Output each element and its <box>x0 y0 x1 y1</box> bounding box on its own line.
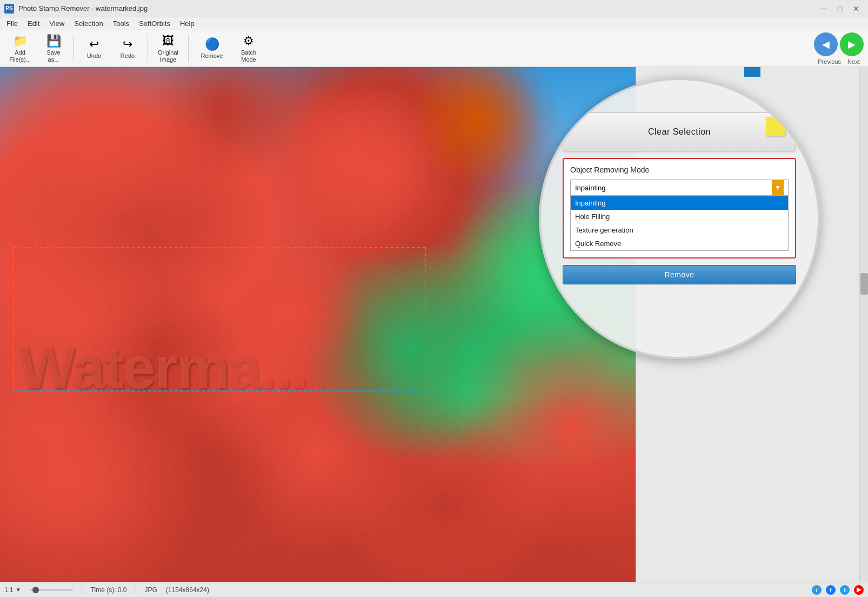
magnifier-overlay: Clear Selection Object Removing Mode Inp… <box>539 78 820 359</box>
remove-button[interactable]: 🔵 Remove <box>193 33 231 64</box>
zoom-down-icon: ▼ <box>16 587 21 593</box>
action-remove-button[interactable]: Remove <box>563 265 796 284</box>
twitter-icon[interactable]: t <box>840 585 850 595</box>
toolbar: 📁 AddFile(s)... 💾 Saveas... ↩ Undo ↪ Red… <box>0 30 868 67</box>
mode-dropdown-container: Inpainting ▼ Inpainting Hole Filling Tex… <box>570 180 789 251</box>
sticky-note <box>766 117 785 136</box>
mode-dropdown[interactable]: Inpainting ▼ <box>570 180 789 196</box>
toolbar-separator-1 <box>74 35 74 62</box>
dropdown-selected-value: Inpainting <box>575 184 605 192</box>
zoom-display: 1:1 ▼ <box>4 586 21 594</box>
batch-mode-icon: ⚙ <box>243 34 254 48</box>
add-files-icon: 📁 <box>13 34 28 48</box>
dropdown-option-hole-filling[interactable]: Hole Filling <box>571 210 788 223</box>
dropdown-list: Inpainting Hole Filling Texture generati… <box>570 196 789 251</box>
original-image-icon: 🖼 <box>162 34 174 48</box>
status-separator-1 <box>82 586 82 594</box>
redo-label: Redo <box>121 52 135 59</box>
batch-mode-button[interactable]: ⚙ BatchMode <box>233 33 264 64</box>
status-separator-2 <box>136 586 136 594</box>
menu-tools[interactable]: Tools <box>109 18 133 29</box>
remove-label: Remove <box>201 52 223 59</box>
close-button[interactable]: ✕ <box>849 3 864 14</box>
original-image-button[interactable]: 🖼 OriginalImage <box>152 33 184 64</box>
zoom-slider-thumb[interactable] <box>32 587 39 593</box>
panel-scrollbar[interactable] <box>859 67 868 582</box>
status-dimensions: (1154x864x24) <box>166 586 209 594</box>
menu-selection[interactable]: Selection <box>70 18 107 29</box>
youtube-icon[interactable]: ▶ <box>854 585 864 595</box>
previous-button[interactable]: ◀ <box>814 32 838 56</box>
save-as-icon: 💾 <box>46 34 61 48</box>
clear-selection-button[interactable]: Clear Selection <box>563 112 796 151</box>
dropdown-option-quick-remove[interactable]: Quick Remove <box>571 237 788 250</box>
save-as-label: Saveas... <box>46 49 60 62</box>
menu-bar: File Edit View Selection Tools SoftOrbit… <box>0 17 868 30</box>
previous-label: Previous <box>818 58 841 65</box>
menu-view[interactable]: View <box>45 18 69 29</box>
title-bar: PS Photo Stamp Remover - watermarked.jpg… <box>0 0 868 17</box>
dropdown-option-inpainting[interactable]: Inpainting <box>571 196 788 210</box>
magnifier-content: Clear Selection Object Removing Mode Inp… <box>563 112 796 324</box>
minimize-button[interactable]: ─ <box>816 3 831 14</box>
dropdown-arrow-icon: ▼ <box>772 180 784 195</box>
status-right-area: i f t ▶ <box>812 585 864 595</box>
undo-label: Undo <box>87 52 101 59</box>
mode-section-title: Object Removing Mode <box>570 165 789 174</box>
add-files-label: AddFile(s)... <box>9 49 31 62</box>
menu-edit[interactable]: Edit <box>23 18 44 29</box>
undo-button[interactable]: ↩ Undo <box>78 33 110 64</box>
menu-softorbits[interactable]: SoftOrbits <box>135 18 175 29</box>
next-button[interactable]: ▶ <box>840 32 864 56</box>
toolbar-separator-2 <box>148 35 148 62</box>
main-area: Waterma... ✕ Clear Selection Object Remo… <box>0 67 868 582</box>
toolbar-separator-3 <box>188 35 189 62</box>
info-icon[interactable]: i <box>812 585 822 595</box>
maximize-button[interactable]: □ <box>832 3 847 14</box>
menu-file[interactable]: File <box>2 18 22 29</box>
right-panel: ✕ Clear Selection Object Removing Mode I… <box>636 67 868 582</box>
original-image-label: OriginalImage <box>158 49 178 62</box>
zoom-slider[interactable] <box>30 589 73 591</box>
add-files-button[interactable]: 📁 AddFile(s)... <box>4 33 36 64</box>
canvas-area[interactable]: Waterma... <box>0 67 636 582</box>
save-as-button[interactable]: 💾 Saveas... <box>38 33 69 64</box>
selection-rectangle <box>13 247 426 392</box>
image-background: Waterma... <box>0 67 636 582</box>
redo-button[interactable]: ↪ Redo <box>112 33 143 64</box>
status-format: JPG <box>145 586 157 594</box>
scrollbar-thumb[interactable] <box>860 273 868 295</box>
blue-tab-indicator <box>744 67 760 77</box>
next-label: Next <box>847 58 860 65</box>
app-icon: PS <box>4 4 14 14</box>
menu-help[interactable]: Help <box>176 18 199 29</box>
status-time: Time (s): 0.0 <box>91 586 127 594</box>
nav-area: ◀ ▶ Previous Next <box>814 32 864 65</box>
batch-mode-label: BatchMode <box>241 49 256 62</box>
dropdown-option-texture-generation[interactable]: Texture generation <box>571 223 788 237</box>
remove-icon: 🔵 <box>205 37 219 51</box>
status-bar: 1:1 ▼ Time (s): 0.0 JPG (1154x864x24) i … <box>0 582 868 597</box>
redo-icon: ↪ <box>123 37 132 51</box>
window-title: Photo Stamp Remover - watermarked.jpg <box>18 4 148 12</box>
undo-icon: ↩ <box>89 37 99 51</box>
facebook-icon[interactable]: f <box>826 585 836 595</box>
mode-section: Object Removing Mode Inpainting ▼ Inpain… <box>563 158 796 258</box>
window-controls: ─ □ ✕ <box>816 3 864 14</box>
zoom-level: 1:1 <box>4 586 14 594</box>
